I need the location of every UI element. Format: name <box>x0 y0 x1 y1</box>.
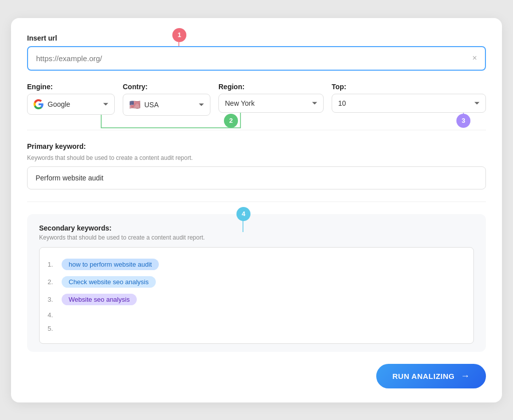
list-item: 2. Check website seo analysis <box>48 273 465 291</box>
primary-keyword-desc: Keywords that should be used to create a… <box>27 154 486 161</box>
list-number: 3. <box>48 296 57 303</box>
top-group: Top: 10 <box>332 83 486 116</box>
region-value: New York <box>225 99 254 107</box>
list-number: 5. <box>48 325 57 332</box>
step-badge-3: 3 <box>456 114 470 128</box>
list-item: 5. <box>48 322 465 335</box>
url-section: Insert url 1 × <box>27 34 486 71</box>
country-label: Contry: <box>123 83 210 91</box>
keyword-tag[interactable]: Check website seo analysis <box>62 276 156 288</box>
step-badge-4: 4 <box>236 207 250 221</box>
secondary-keywords-section: 4 Secondary keywords: Keywords that shou… <box>27 214 486 352</box>
keyword-tag[interactable]: Website seo analysis <box>62 294 137 305</box>
primary-keyword-label: Primary keyword: <box>27 142 486 150</box>
divider-2 <box>27 201 486 202</box>
country-select[interactable]: 🇺🇸 USA <box>123 94 210 116</box>
url-input-wrapper: × <box>27 46 486 71</box>
country-group: Contry: 🇺🇸 USA <box>123 83 210 116</box>
run-button-wrapper: RUN ANALIZING → <box>27 364 486 388</box>
step-badge-2: 2 <box>224 114 238 128</box>
url-input[interactable] <box>34 47 470 70</box>
country-value: USA <box>144 101 159 109</box>
run-button-label: RUN ANALIZING <box>392 372 454 380</box>
run-button-arrow-icon: → <box>461 371 470 381</box>
usa-flag-icon: 🇺🇸 <box>129 99 140 110</box>
list-number: 2. <box>48 278 57 286</box>
top-value: 10 <box>338 99 346 107</box>
region-group: Region: New York <box>218 83 324 116</box>
run-analyzing-button[interactable]: RUN ANALIZING → <box>376 364 486 388</box>
secondary-keywords-label: Secondary keywords: <box>39 224 474 232</box>
list-item: 4. <box>48 308 465 322</box>
list-number: 4. <box>48 311 57 319</box>
list-item: 1. how to perform website audit <box>48 256 465 273</box>
engine-select[interactable]: Google <box>27 94 115 115</box>
region-label: Region: <box>218 83 324 91</box>
url-label: Insert url <box>27 34 486 42</box>
engine-group: Engine: Google <box>27 83 115 116</box>
primary-keyword-section: Primary keyword: Keywords that should be… <box>27 142 486 189</box>
top-select[interactable]: 10 <box>332 94 486 113</box>
engine-value: Google <box>48 100 70 108</box>
list-number: 1. <box>48 261 57 268</box>
url-clear-button[interactable]: × <box>470 52 479 65</box>
list-item: 3. Website seo analysis <box>48 291 465 308</box>
secondary-keywords-desc: Keywords that should be used to create a… <box>39 234 474 241</box>
divider-1 <box>27 130 486 130</box>
engine-label: Engine: <box>27 83 115 91</box>
step-badge-1: 1 <box>172 28 186 42</box>
region-select[interactable]: New York <box>218 94 324 113</box>
keyword-tag[interactable]: how to perform website audit <box>62 259 159 270</box>
secondary-keyword-list: 1. how to perform website audit 2. Check… <box>48 256 465 335</box>
google-icon <box>34 99 44 109</box>
primary-keyword-input[interactable] <box>27 166 486 189</box>
dropdowns-section: 2 3 Engine: Google <box>27 83 486 116</box>
secondary-list-wrapper: 1. how to perform website audit 2. Check… <box>39 247 474 344</box>
main-card: Insert url 1 × 2 <box>11 18 502 402</box>
top-label: Top: <box>332 83 486 91</box>
